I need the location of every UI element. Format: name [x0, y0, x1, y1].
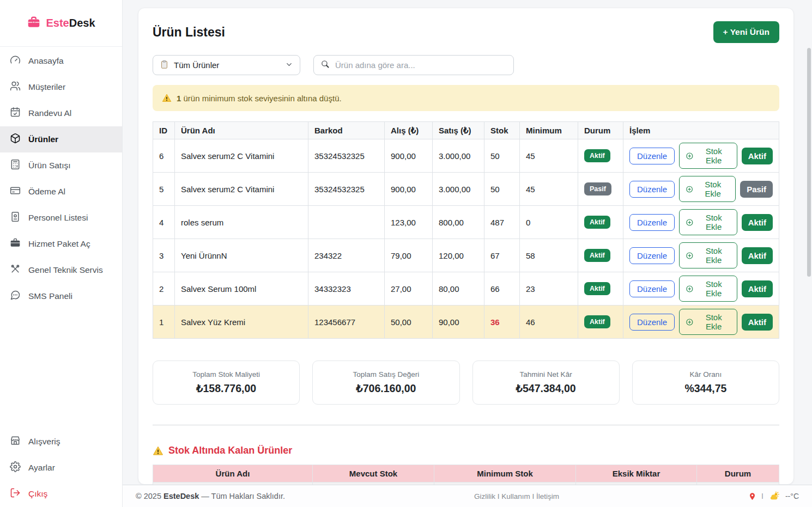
toggle-status-button[interactable]: Pasif — [740, 181, 773, 198]
status-badge: Aktif — [584, 149, 610, 162]
vertical-scrollbar[interactable] — [807, 48, 811, 277]
actions-cell: DüzenleStok EkleAktif — [623, 272, 779, 306]
edit-button[interactable]: Düzenle — [629, 214, 675, 231]
add-stock-label: Stok Ekle — [697, 279, 731, 298]
sidebar-item-anasayfa[interactable]: Anasayfa — [0, 48, 122, 74]
briefcase-pink-icon — [27, 15, 41, 32]
footer: © 2025 EsteDesk — Tüm Hakları Saklıdır. … — [123, 485, 812, 507]
status-cell: Aktif — [578, 306, 623, 339]
low-stock-title-text: Stok Altında Kalan Ürünler — [168, 445, 292, 456]
actions-cell: DüzenleStok EkleAktif — [623, 239, 779, 272]
low-stock-header-minimum-stok: Minimum Stok — [434, 465, 576, 482]
actions-cell: DüzenleStok EkleAktif — [623, 206, 779, 239]
footer-separator: I — [761, 492, 763, 500]
column-header-durum: Durum — [578, 122, 623, 139]
add-stock-button[interactable]: Stok Ekle — [679, 209, 737, 235]
sun-cloud-icon — [768, 491, 780, 502]
minimum-value: 46 — [520, 306, 578, 339]
add-stock-button[interactable]: Stok Ekle — [679, 276, 737, 302]
row-id: 2 — [153, 272, 175, 306]
brand-logo[interactable]: EsteDesk — [0, 0, 122, 47]
sidebar-item-genel-teknik-servis[interactable]: Genel Teknik Servis — [0, 257, 122, 283]
summary-card-toplam-satis-degeri: Toplam Satış Değeri₺706.160,00 — [312, 361, 459, 405]
summary-card-value: ₺158.776,00 — [159, 382, 294, 395]
toggle-status-button[interactable]: Aktif — [742, 148, 773, 164]
toggle-status-button[interactable]: Aktif — [742, 214, 773, 231]
add-stock-button[interactable]: Stok Ekle — [679, 176, 736, 202]
new-product-button[interactable]: + Yeni Ürün — [713, 21, 779, 43]
low-stock-header-eksik-miktar: Eksik Miktar — [576, 465, 697, 482]
sidebar-item-sms-paneli[interactable]: SMS Paneli — [0, 283, 122, 309]
status-cell: Aktif — [578, 239, 623, 272]
location-pin-icon[interactable] — [748, 492, 756, 500]
column-header-barkod: Barkod — [308, 122, 385, 139]
status-cell: Pasif — [578, 173, 623, 206]
row-id: 1 — [153, 306, 175, 339]
sidebar-item-alisveris[interactable]: Alışveriş — [0, 429, 122, 455]
product-name: Salvex serum2 C Vitamini — [175, 139, 308, 173]
table-row: 3Yeni ÜrünnN23432279,00120,006758AktifDü… — [153, 239, 779, 272]
category-select[interactable]: Tüm Ürünler — [153, 55, 300, 75]
sidebar: EsteDesk AnasayfaMüşterilerRandevu AlÜrü… — [0, 0, 123, 507]
low-stock-alert-banner: 1 ürün minimum stok seviyesinin altına d… — [153, 85, 779, 111]
toggle-status-button[interactable]: Aktif — [742, 314, 773, 331]
footer-links[interactable]: Gizlilik I Kullanım I İletişim — [474, 492, 559, 500]
status-badge: Aktif — [584, 249, 610, 262]
row-actions: DüzenleStok EkleAktif — [629, 209, 773, 235]
sidebar-bottom-menu: AlışverişAyarlarÇıkış — [0, 427, 122, 507]
add-stock-button[interactable]: Stok Ekle — [679, 143, 737, 169]
status-badge: Aktif — [584, 216, 610, 229]
products-table-header-row: IDÜrün AdıBarkodAlış (₺)Satış (₺)StokMin… — [153, 122, 779, 139]
sidebar-item-odeme-al[interactable]: Ödeme Al — [0, 179, 122, 205]
warning-icon — [153, 445, 163, 456]
sidebar-item-urunler[interactable]: Ürünler — [0, 126, 122, 152]
edit-button[interactable]: Düzenle — [629, 280, 675, 297]
add-stock-label: Stok Ekle — [697, 146, 731, 165]
column-header-i-slem: İşlem — [623, 122, 779, 139]
row-actions: DüzenleStok EkleAktif — [629, 276, 773, 302]
edit-button[interactable]: Düzenle — [629, 314, 675, 331]
sidebar-item-urun-satisi[interactable]: Ürün Satışı — [0, 152, 122, 179]
sidebar-menu: AnasayfaMüşterilerRandevu AlÜrünlerÜrün … — [0, 47, 122, 309]
toggle-status-button[interactable]: Aktif — [742, 247, 773, 264]
sidebar-item-randevu-al[interactable]: Randevu Al — [0, 100, 122, 126]
row-id: 3 — [153, 239, 175, 272]
barcode: 35324532325 — [308, 173, 385, 206]
copyright: © 2025 EsteDesk — Tüm Hakları Saklıdır. — [136, 492, 285, 500]
calculator-icon — [10, 159, 21, 172]
summary-card-value: ₺706.160,00 — [318, 382, 453, 395]
row-id: 6 — [153, 139, 175, 173]
summary-card-toplam-stok-maliyeti: Toplam Stok Maliyeti₺158.776,00 — [153, 361, 300, 405]
column-header-minimum: Minimum — [520, 122, 578, 139]
edit-button[interactable]: Düzenle — [629, 247, 675, 264]
sidebar-item-musteriler[interactable]: Müşteriler — [0, 74, 122, 100]
clipboard-icon — [160, 60, 169, 71]
toggle-status-button[interactable]: Aktif — [742, 280, 773, 297]
sidebar-item-label: Ayarlar — [28, 463, 55, 473]
chevron-down-icon — [285, 60, 293, 70]
page-title: Ürün Listesi — [153, 25, 225, 40]
edit-button[interactable]: Düzenle — [629, 148, 675, 164]
low-stock-header-urun-adi: Ürün Adı — [153, 465, 313, 482]
stock-value: 50 — [484, 173, 520, 206]
add-stock-button[interactable]: Stok Ekle — [679, 242, 737, 268]
sidebar-item-hizmet-paket-ac[interactable]: Hizmet Paket Aç — [0, 231, 122, 257]
sidebar-item-cikis[interactable]: Çıkış — [0, 481, 122, 507]
product-name: Salvex serum2 C Vitamini — [175, 173, 308, 206]
edit-button[interactable]: Düzenle — [629, 181, 675, 198]
category-select-value: Tüm Ürünler — [174, 60, 280, 70]
add-stock-button[interactable]: Stok Ekle — [679, 309, 737, 335]
credit-card-icon — [10, 185, 21, 198]
status-cell: Aktif — [578, 206, 623, 239]
summary-card-label: Tahmini Net Kâr — [478, 370, 614, 378]
search-input[interactable] — [334, 60, 507, 70]
column-header-id: ID — [153, 122, 175, 139]
row-id: 4 — [153, 206, 175, 239]
buy-price: 900,00 — [385, 173, 433, 206]
table-row: 6Salvex serum2 C Vitamini35324532325900,… — [153, 139, 779, 173]
sell-price: 800,00 — [433, 206, 484, 239]
sidebar-item-personel-listesi[interactable]: Personel Listesi — [0, 205, 122, 231]
sidebar-item-label: SMS Paneli — [28, 291, 72, 301]
sidebar-item-ayarlar[interactable]: Ayarlar — [0, 455, 122, 481]
table-row: 5Salvex serum2 C Vitamini35324532325900,… — [153, 173, 779, 206]
